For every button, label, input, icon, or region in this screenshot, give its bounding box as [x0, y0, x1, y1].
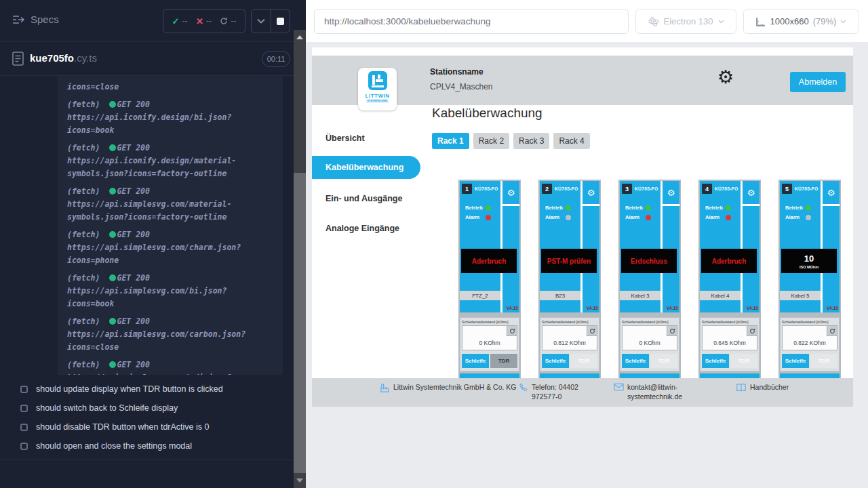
fetch-status: GET 200: [117, 186, 149, 196]
alarm-led-icon: [566, 215, 571, 220]
scrollbar-track[interactable]: [294, 30, 306, 488]
alarm-label: Alarm: [785, 214, 806, 220]
tdr-button[interactable]: TDR: [570, 354, 597, 368]
tab-rack-3[interactable]: Rack 3: [513, 133, 549, 149]
scroll-down-icon[interactable]: [296, 479, 303, 483]
card-gear-icon[interactable]: ⚙: [743, 181, 760, 204]
card-model: KÜ705-FO: [555, 186, 578, 191]
measure-value: 0.822 KOhm: [783, 340, 837, 346]
schleife-button[interactable]: Schleife: [542, 354, 569, 368]
status-display: 10 ISO MOhm: [781, 249, 837, 273]
schleife-button[interactable]: Schleife: [702, 354, 729, 368]
stop-icon: [277, 18, 284, 25]
fetch-log-entry[interactable]: (fetch)GET 200 https://api.simplesvg.com…: [67, 228, 273, 267]
measure-value: 0 KOhm: [462, 340, 517, 346]
firmware-version: V4.19: [743, 306, 760, 312]
fetch-label: (fetch): [67, 230, 100, 239]
sidebar-item-ein-und-ausgaenge[interactable]: Ein- und Ausgänge: [326, 194, 402, 203]
fetch-url: https://api.simplesvg.com/carbon.json?ic…: [67, 328, 273, 354]
fetch-label: (fetch): [67, 360, 100, 369]
card-gear-icon[interactable]: ⚙: [583, 181, 599, 204]
url-input[interactable]: http://localhost:3000/kabelueberwachung: [314, 9, 629, 34]
sidebar-item-uebersicht[interactable]: Übersicht: [326, 134, 365, 143]
test-row[interactable]: should open and close the settings modal: [0, 436, 294, 455]
success-dot-icon: [109, 101, 116, 108]
status-display-text: Aderbruch: [712, 258, 747, 265]
spec-row[interactable]: kue705fo.cy.ts 00:11: [0, 42, 294, 76]
fetch-log-entry[interactable]: (fetch)GET 200 https://api.simplesvg.com…: [67, 185, 273, 224]
tab-rack-4[interactable]: Rack 4: [553, 133, 589, 149]
betrieb-led-icon: [726, 205, 731, 211]
tdr-button[interactable]: TDR: [810, 354, 837, 368]
alarm-led-icon: [806, 215, 811, 220]
cable-name: Kabel 5: [780, 291, 821, 300]
fetch-log-entry[interactable]: (fetch)GET 200 https://api.simplesvg.com…: [67, 359, 273, 375]
device-card: 2 KÜ705-FO Betrieb Alarm: [538, 180, 601, 383]
status-display: PST-M prüfen: [541, 249, 597, 273]
fetch-url: https://api.simplesvg.com/mdi.json?icons…: [67, 371, 273, 375]
card-side-panel: ⚙ V4.19: [743, 181, 760, 312]
test-checkbox-icon: [20, 405, 28, 412]
viewport-select[interactable]: 1000x660 (79%): [743, 9, 859, 34]
card-gear-icon[interactable]: ⚙: [823, 181, 840, 204]
betrieb-label: Betrieb: [705, 205, 726, 211]
tdr-button[interactable]: TDR: [490, 354, 517, 368]
viewport-zoom: (79%): [813, 16, 837, 26]
fetch-log-entry[interactable]: (fetch)GET 200 https://api.simplesvg.com…: [67, 315, 273, 354]
refresh-button[interactable]: [827, 326, 837, 336]
card-gear-icon[interactable]: ⚙: [663, 181, 679, 204]
cable-name: Kabel 3: [620, 291, 660, 300]
viewport-size: 1000x660: [770, 16, 809, 26]
tab-rack-1[interactable]: Rack 1: [432, 133, 469, 149]
footer-email[interactable]: kontakt@littwin-systemtechnik.de: [614, 382, 695, 401]
schleife-button[interactable]: Schleife: [782, 354, 809, 368]
fetch-log-entry[interactable]: (fetch)GET 200 https://api.iconify.desig…: [67, 142, 273, 180]
logo-subtext: SYSTEMTECHNIK: [366, 99, 389, 103]
schleife-button[interactable]: Schleife: [622, 354, 649, 368]
specs-title[interactable]: Specs: [12, 14, 59, 25]
settings-gear-icon[interactable]: ⚙: [717, 68, 734, 87]
betrieb-label: Betrieb: [625, 205, 646, 211]
schleife-button[interactable]: Schleife: [462, 354, 489, 368]
status-display-text: Aderbruch: [472, 258, 507, 265]
stat-passed: ✓ --: [172, 16, 188, 26]
reporter-scrollbar[interactable]: [294, 0, 306, 488]
test-row[interactable]: should disable TDR button when tdrActive…: [0, 418, 294, 436]
sidebar-item-analoge-eingaenge[interactable]: Analoge Eingänge: [326, 224, 399, 233]
tdr-button[interactable]: TDR: [730, 354, 757, 368]
measure-value: 0 KOhm: [623, 340, 677, 346]
stop-button[interactable]: [271, 9, 290, 33]
measure-panel: Schleifenwiderstand [kOhm] 0 KOhm: [460, 317, 519, 371]
success-dot-icon: [109, 361, 116, 368]
phone-icon: [519, 383, 528, 392]
app-iframe: Stationsname CPLV4_Maschen ⚙ Abmelden LI…: [312, 47, 853, 407]
refresh-button[interactable]: [507, 326, 517, 336]
card-side-panel: ⚙ V4.19: [502, 181, 519, 312]
test-row[interactable]: should switch back to Schleife display: [0, 399, 294, 418]
alarm-label: Alarm: [465, 214, 486, 220]
sidebar-item-kabelueberwachung[interactable]: Kabelüberwachung: [312, 156, 420, 179]
scroll-up-icon[interactable]: [296, 35, 303, 39]
refresh-button[interactable]: [587, 326, 597, 336]
logout-button[interactable]: Abmelden: [790, 72, 846, 92]
card-gear-icon[interactable]: ⚙: [502, 181, 519, 204]
cable-name: FTZ_2: [460, 291, 500, 300]
tdr-button[interactable]: TDR: [650, 354, 677, 368]
browser-select[interactable]: Electron 130: [635, 9, 736, 34]
refresh-button[interactable]: [667, 326, 677, 336]
fetch-status: GET 200: [117, 273, 149, 283]
measure-value-box: 0.812 KOhm: [542, 325, 597, 350]
fetch-log-entry[interactable]: (fetch)GET 200 https://api.iconify.desig…: [67, 98, 273, 137]
refresh-button[interactable]: [747, 326, 757, 336]
card-model: KÜ705-FO: [635, 186, 658, 191]
status-display: Aderbruch: [461, 249, 517, 273]
log-partial-line[interactable]: icons=close: [67, 81, 273, 94]
fetch-log-entry[interactable]: (fetch)GET 200 https://api.simplesvg.com…: [67, 272, 273, 310]
footer-manuals[interactable]: Handbücher: [736, 382, 804, 392]
scrollbar-thumb[interactable]: [294, 173, 306, 473]
failed-x-icon: ✕: [196, 16, 203, 26]
test-row[interactable]: should update display when TDR button is…: [0, 380, 294, 399]
collapse-button[interactable]: [252, 9, 271, 33]
status-display-text: PST-M prüfen: [547, 258, 591, 265]
tab-rack-2[interactable]: Rack 2: [473, 133, 509, 149]
